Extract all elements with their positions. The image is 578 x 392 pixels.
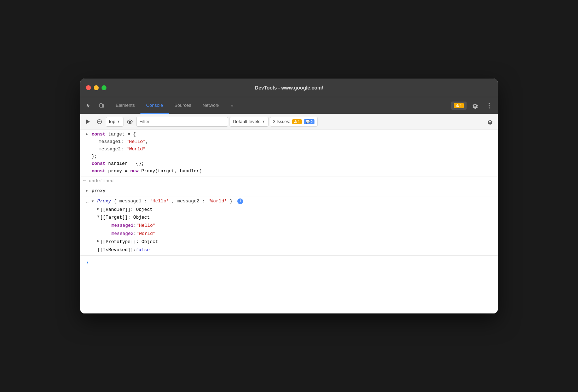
- target-msg2-val: "World": [136, 230, 156, 238]
- return-arrow-icon: ←: [80, 178, 89, 184]
- tab-network[interactable]: Network: [197, 97, 225, 114]
- context-selector[interactable]: top ▼: [106, 117, 123, 127]
- target-msg2-key: message2: [111, 230, 133, 238]
- proxy-call: Proxy(target, handler): [141, 168, 202, 174]
- console-entry-proxy-output: ← Proxy { message1 : 'Hello' , message2 …: [80, 196, 498, 255]
- expand-gutter-proxy[interactable]: [83, 188, 92, 194]
- tab-elements[interactable]: Elements: [110, 97, 140, 114]
- return-undefined-row: ← undefined: [80, 177, 498, 186]
- target-msg2-colon: :: [133, 230, 136, 238]
- target-msg1-val: "Hello": [136, 222, 156, 230]
- handler-row: [[Handler]]: Object: [97, 206, 498, 214]
- prototype-expand-icon[interactable]: [97, 238, 99, 244]
- proxy-input-code: proxy: [92, 188, 498, 195]
- proxy-expand-arrow[interactable]: [92, 199, 94, 204]
- svg-rect-0: [100, 104, 102, 107]
- prototype-row: [[Prototype]]: Object: [97, 238, 498, 246]
- keyword-new: new: [130, 168, 138, 174]
- proxy-comma: ,: [172, 198, 178, 204]
- target-row: [[Target]]: Object: [97, 214, 498, 221]
- more-options-btn[interactable]: [484, 100, 495, 111]
- target-msg2-row: message2 : "World": [111, 230, 498, 238]
- prompt-symbol-icon: ›: [86, 259, 89, 266]
- svg-marker-5: [86, 120, 90, 124]
- tab-more[interactable]: »: [225, 97, 239, 114]
- keyword-const: const: [92, 132, 105, 137]
- handler-expand-icon[interactable]: [97, 206, 99, 212]
- keyword-const-2: const: [92, 161, 105, 166]
- console-entry-input-1: const target = { message1: "Hello", mess…: [80, 129, 498, 177]
- tabs-bar: Elements Console Sources Network » ⚠ 1: [80, 97, 498, 114]
- proxy-val-world: 'World': [208, 198, 227, 204]
- proxy-key-message1: message1: [119, 198, 141, 204]
- target-msg1-colon: :: [133, 222, 136, 230]
- tabs-list: Elements Console Sources Network »: [110, 97, 448, 114]
- close-button[interactable]: [86, 85, 91, 90]
- filter-input[interactable]: [136, 117, 228, 127]
- console-toolbar: top ▼ Default levels ▼ 3 Issues: ⚠ 1 💬 2: [80, 114, 498, 129]
- tabs-left-icons: [83, 97, 110, 114]
- titlebar: DevTools - www.google.com/: [80, 79, 498, 97]
- prop-message1: message1: "Hello",: [99, 139, 148, 144]
- console-settings-btn[interactable]: [485, 117, 495, 127]
- prompt-gutter: ›: [83, 258, 92, 266]
- proxy-input-value: proxy: [92, 188, 105, 194]
- expand-gutter-1[interactable]: [83, 131, 92, 137]
- eye-icon-btn[interactable]: [125, 117, 135, 127]
- run-script-btn[interactable]: [83, 117, 93, 127]
- svg-point-4: [489, 107, 490, 108]
- window-title: DevTools - www.google.com/: [255, 85, 323, 91]
- proxy-header-row: ← Proxy { message1 : 'Hello' , message2 …: [83, 198, 498, 206]
- proxy-decl: proxy =: [108, 168, 130, 174]
- tab-sources[interactable]: Sources: [169, 97, 197, 114]
- console-output: const target = { message1: "Hello", mess…: [80, 129, 498, 313]
- svg-point-2: [489, 103, 490, 104]
- prop-message2: message2: "World": [99, 146, 146, 152]
- log-level-selector[interactable]: Default levels ▼: [230, 117, 268, 127]
- expand-arrow-proxy-icon[interactable]: [86, 188, 88, 194]
- toolbar-info-badge: 💬 2: [304, 119, 314, 124]
- target-msg1-row: message1 : "Hello": [111, 222, 498, 230]
- maximize-button[interactable]: [102, 85, 106, 90]
- clear-console-btn[interactable]: [94, 117, 104, 127]
- dropdown-arrow-icon: ▼: [117, 120, 120, 123]
- settings-icon-btn[interactable]: [469, 100, 481, 111]
- proxy-return-arrow-gutter: ←: [83, 198, 92, 206]
- target-expand-icon[interactable]: [97, 214, 99, 220]
- issues-count-btn[interactable]: 3 Issues: ⚠ 1 💬 2: [270, 117, 318, 127]
- prototype-label: [[Prototype]]: Object: [100, 238, 158, 246]
- svg-rect-1: [102, 105, 104, 107]
- handler-label: [[Handler]]: Object: [100, 206, 152, 214]
- console-entry-proxy-input: proxy: [80, 186, 498, 197]
- keyword-const-3: const: [92, 168, 105, 174]
- code-content-1: const target = { message1: "Hello", mess…: [92, 131, 498, 175]
- proxy-header-content: Proxy { message1 : 'Hello' , message2 : …: [92, 198, 498, 205]
- proxy-colon-2: :: [202, 198, 208, 204]
- traffic-lights: [86, 85, 106, 90]
- proxy-colon-1: :: [144, 198, 150, 204]
- var-target: target = {: [108, 132, 136, 137]
- info-badge-icon[interactable]: i: [237, 198, 243, 204]
- proxy-close-brace: }: [230, 198, 232, 204]
- closing-brace: };: [92, 154, 97, 159]
- return-undefined-value: undefined: [89, 178, 114, 185]
- proxy-label: Proxy: [97, 198, 111, 204]
- cursor-icon-btn[interactable]: [83, 100, 94, 111]
- console-input-line[interactable]: ›: [80, 255, 498, 269]
- tab-console[interactable]: Console: [140, 97, 169, 114]
- proxy-key-message2: message2: [177, 198, 199, 204]
- handler-decl: handler = {};: [108, 161, 144, 166]
- target-msg1-key: message1: [111, 222, 133, 230]
- issues-badge[interactable]: ⚠ 1: [451, 102, 467, 110]
- devtools-window: DevTools - www.google.com/ Elements Cons…: [80, 79, 498, 313]
- toolbar-warn-badge: ⚠ 1: [292, 119, 302, 124]
- minimize-button[interactable]: [94, 85, 99, 90]
- isrevoked-row: [[IsRevoked]]: false: [97, 247, 498, 254]
- device-toolbar-btn[interactable]: [96, 100, 107, 111]
- target-label: [[Target]]: Object: [100, 214, 150, 221]
- console-input-field[interactable]: [92, 259, 498, 266]
- expand-arrow-icon[interactable]: [86, 132, 88, 137]
- svg-point-3: [489, 105, 490, 106]
- isrevoked-key: [[IsRevoked]]:: [97, 247, 136, 254]
- proxy-summary: {: [114, 198, 117, 204]
